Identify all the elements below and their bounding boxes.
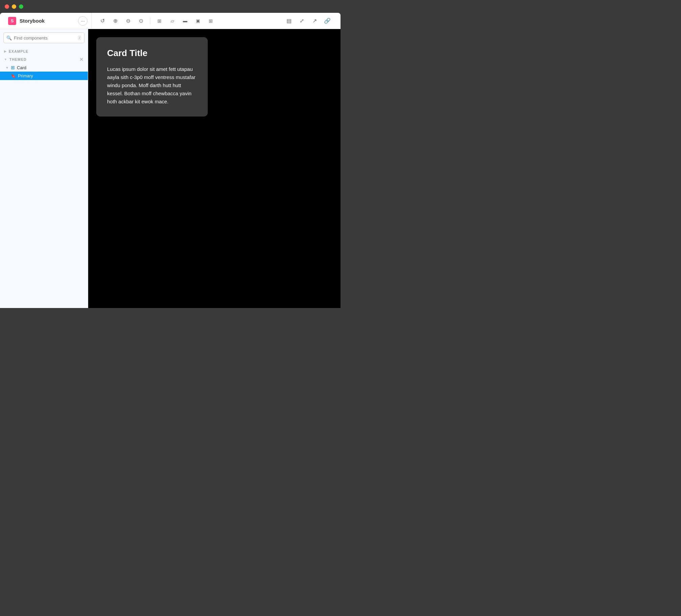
zoom-reset-icon: ⊙ [139, 18, 143, 24]
card-body: Lucas ipsum dolor sit amet fett utapau a… [107, 65, 197, 106]
zoom-reset-button[interactable]: ⊙ [136, 16, 146, 26]
toolbar: S Storybook ··· ↺ ⊕ ⊖ ⊙ ⊞ [0, 13, 340, 29]
sidebar-icon: ▤ [286, 18, 292, 24]
primary-story-label: Primary [18, 73, 33, 78]
example-arrow-icon: ▶ [4, 50, 7, 53]
zoom-out-icon: ⊖ [126, 18, 130, 24]
primary-story-item[interactable]: 🔖 Primary [0, 72, 88, 80]
grid-button[interactable]: ⊞ [154, 16, 165, 26]
frame-button[interactable]: ▱ [167, 16, 177, 26]
card-label: Card [17, 65, 26, 70]
copy-link-button[interactable]: 🔗 [322, 16, 332, 26]
grid-icon: ⊞ [157, 18, 161, 24]
search-bar[interactable]: 🔍 / [3, 32, 84, 43]
fullscreen-button[interactable]: ⤢ [297, 16, 307, 26]
card-arrow-icon: ▼ [5, 66, 9, 70]
search-kbd: / [78, 35, 81, 40]
toolbar-icons: ↺ ⊕ ⊖ ⊙ ⊞ ▱ ▬ ▣ ⊞ [93, 16, 278, 26]
minimize-button[interactable] [12, 4, 16, 9]
link-icon: 🔗 [324, 18, 331, 24]
more-button[interactable]: ··· [78, 16, 87, 26]
refresh-button[interactable]: ↺ [97, 16, 107, 26]
image-icon: ▣ [196, 18, 200, 23]
bookmark-icon: 🔖 [11, 74, 16, 78]
frame-icon: ▱ [171, 18, 174, 24]
main-content: 🔍 / ▶ EXAMPLE ▼ THEMED ✕ ▼ ⊞ Card [0, 29, 340, 308]
zoom-out-button[interactable]: ⊖ [123, 16, 133, 26]
more-dots-icon: ··· [81, 18, 85, 24]
toolbar-right: ▤ ⤢ ↗ 🔗 [280, 16, 336, 26]
sidebar: 🔍 / ▶ EXAMPLE ▼ THEMED ✕ ▼ ⊞ Card [0, 29, 88, 308]
storybook-logo-icon: S [8, 17, 16, 25]
open-new-tab-button[interactable]: ↗ [309, 16, 320, 26]
card-title: Card Title [107, 48, 197, 58]
preview-area: Card Title Lucas ipsum dolor sit amet fe… [88, 29, 340, 308]
fullscreen-icon: ⤢ [300, 18, 304, 24]
example-section-header[interactable]: ▶ EXAMPLE [0, 47, 88, 55]
component-icon: ⊞ [11, 65, 15, 70]
sidebar-toggle-button[interactable]: ▤ [284, 16, 294, 26]
open-icon: ↗ [312, 18, 317, 24]
themed-section-header[interactable]: ▼ THEMED ✕ [0, 55, 88, 63]
app-window: S Storybook ··· ↺ ⊕ ⊖ ⊙ ⊞ [0, 13, 340, 308]
zoom-in-icon: ⊕ [113, 18, 118, 24]
toolbar-divider-1 [150, 17, 150, 25]
refresh-icon: ↺ [100, 18, 105, 24]
example-section-label: EXAMPLE [9, 49, 28, 53]
maximize-button[interactable] [19, 4, 23, 9]
zoom-in-button[interactable]: ⊕ [110, 16, 120, 26]
themed-section-label: THEMED [9, 57, 27, 61]
layout-button[interactable]: ⊞ [206, 16, 216, 26]
layout-icon: ⊞ [209, 18, 213, 24]
themed-close-icon[interactable]: ✕ [79, 57, 84, 62]
titlebar [0, 0, 340, 13]
card-component: Card Title Lucas ipsum dolor sit amet fe… [96, 37, 208, 117]
storybook-title: Storybook [20, 18, 45, 24]
search-input[interactable] [14, 35, 76, 41]
background-icon: ▬ [183, 18, 187, 23]
search-icon: 🔍 [6, 35, 12, 41]
close-button[interactable] [5, 4, 9, 9]
image-button[interactable]: ▣ [193, 16, 203, 26]
background-button[interactable]: ▬ [180, 16, 190, 26]
themed-arrow-icon: ▼ [4, 58, 7, 61]
toolbar-left: S Storybook ··· [4, 13, 92, 29]
card-tree-item[interactable]: ▼ ⊞ Card [0, 63, 88, 72]
